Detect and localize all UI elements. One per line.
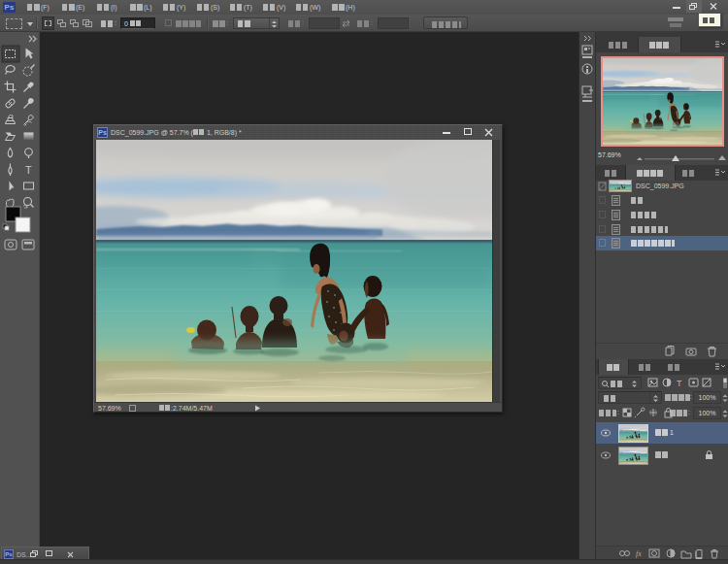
svg-text:T: T xyxy=(677,379,682,388)
svg-text:fx: fx xyxy=(636,549,642,558)
svg-text:T: T xyxy=(25,164,32,176)
